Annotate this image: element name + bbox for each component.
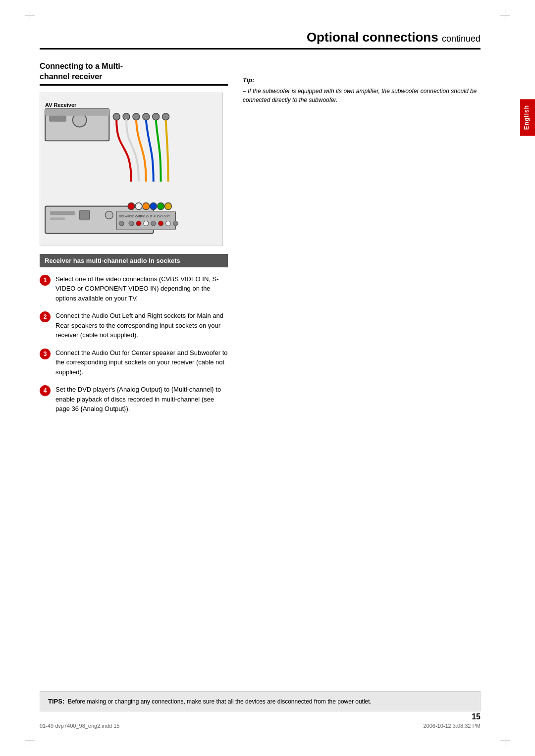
tip-label: Tip: bbox=[243, 76, 481, 84]
svg-point-27 bbox=[136, 221, 141, 226]
tips-label: TIPS: bbox=[48, 698, 64, 705]
step-text-1: Select one of the video connections (CVB… bbox=[55, 274, 228, 303]
svg-rect-3 bbox=[45, 108, 109, 115]
page-number: 15 bbox=[472, 712, 481, 721]
svg-point-26 bbox=[129, 221, 134, 226]
step-item-3: 3 Connect the Audio Out for Center speak… bbox=[40, 348, 228, 377]
step-number-2: 2 bbox=[40, 311, 51, 322]
content-area: Connecting to a Multi- channel receiver … bbox=[40, 61, 481, 422]
svg-rect-12 bbox=[50, 217, 65, 220]
step-number-4: 4 bbox=[40, 385, 51, 396]
svg-point-31 bbox=[166, 221, 171, 226]
svg-point-9 bbox=[162, 113, 169, 120]
svg-point-16 bbox=[135, 202, 142, 209]
page-title: Optional connections continued bbox=[40, 30, 481, 50]
svg-point-18 bbox=[150, 202, 157, 209]
tips-text: Before making or changing any connection… bbox=[68, 698, 372, 705]
svg-rect-1 bbox=[49, 114, 66, 121]
step-item-1: 1 Select one of the video connections (C… bbox=[40, 274, 228, 303]
step-text-3: Connect the Audio Out for Center speaker… bbox=[55, 348, 228, 377]
svg-point-28 bbox=[144, 221, 149, 226]
svg-point-17 bbox=[143, 202, 150, 209]
svg-point-7 bbox=[143, 113, 150, 120]
step-item-4: 4 Set the DVD player's {Analog Output} t… bbox=[40, 385, 228, 414]
svg-point-25 bbox=[119, 221, 124, 226]
right-column: Tip: – If the subwoofer is equipped with… bbox=[243, 61, 481, 422]
step-text-2: Connect the Audio Out Left and Right soc… bbox=[55, 311, 228, 340]
svg-rect-13 bbox=[80, 210, 90, 220]
svg-point-19 bbox=[158, 202, 164, 209]
steps-list: 1 Select one of the video connections (C… bbox=[40, 274, 228, 414]
tip-text: – If the subwoofer is equipped with its … bbox=[243, 87, 481, 104]
subheading-bar: Receiver has multi-channel audio In sock… bbox=[40, 254, 228, 267]
svg-point-29 bbox=[151, 221, 156, 226]
footer-filename: 01-49 dvp7400_98_eng2.indd 15 bbox=[40, 723, 119, 729]
svg-point-20 bbox=[165, 202, 172, 209]
cables-svg: DIG.AUDIO OUT VIDEO OUT AUDIO OUT bbox=[40, 93, 222, 246]
svg-rect-21 bbox=[116, 211, 175, 230]
svg-point-14 bbox=[105, 211, 113, 219]
left-column: Connecting to a Multi- channel receiver … bbox=[40, 61, 228, 422]
step-number-3: 3 bbox=[40, 349, 51, 359]
svg-rect-11 bbox=[50, 211, 75, 215]
svg-point-6 bbox=[133, 113, 140, 120]
step-text-4: Set the DVD player's {Analog Output} to … bbox=[55, 385, 228, 414]
footer-timestamp: 2006-10-12 3:08:32 PM bbox=[423, 723, 481, 729]
svg-point-5 bbox=[123, 113, 130, 120]
connection-diagram: AV Receiver bbox=[40, 93, 223, 246]
section-heading: Connecting to a Multi- channel receiver bbox=[40, 61, 228, 86]
svg-point-4 bbox=[113, 113, 120, 120]
svg-text:VIDEO OUT: VIDEO OUT bbox=[136, 215, 153, 218]
svg-point-30 bbox=[159, 221, 163, 226]
svg-point-15 bbox=[128, 202, 135, 209]
page-content: Optional connections continued Connectin… bbox=[0, 0, 535, 756]
step-item-2: 2 Connect the Audio Out Left and Right s… bbox=[40, 311, 228, 340]
tip-section: Tip: – If the subwoofer is equipped with… bbox=[243, 76, 481, 104]
svg-point-32 bbox=[173, 221, 178, 226]
step-number-1: 1 bbox=[40, 275, 51, 286]
svg-text:AUDIO OUT: AUDIO OUT bbox=[154, 215, 170, 218]
svg-point-8 bbox=[153, 113, 160, 120]
tips-bar: TIPS: Before making or changing any conn… bbox=[40, 691, 481, 712]
